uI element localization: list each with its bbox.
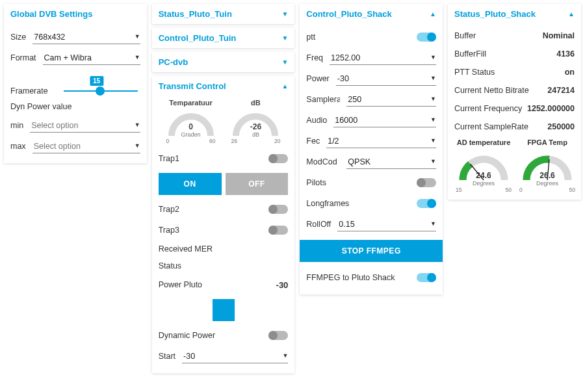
panel-header-transmit[interactable]: Transmit Control▲ [152,76,295,96]
longframes-toggle[interactable] [417,199,436,208]
status-row: Current Frequency1252.000000 [454,99,575,118]
dynamic-power-label: Dynamic Power [159,331,216,340]
chevron-up-icon: ▲ [568,10,575,18]
max-label: max [10,142,26,151]
chevron-down-icon: ▼ [281,10,288,18]
status-row: Current Netto Bitrate247214 [454,81,575,99]
trap3-toggle[interactable] [268,226,288,235]
ffmpeg-to-label: FFMPEG to Pluto Shack [306,273,395,282]
format-label: Format [10,53,36,62]
chevron-up-icon: ▲ [281,83,288,90]
status-key: Buffer [454,31,476,40]
status-row: BufferFill4136 [454,45,575,63]
panel-header-status-tuin[interactable]: Status_Pluto_Tuin▼ [152,4,295,24]
ffmpeg-toggle[interactable] [417,273,436,282]
freq-label: Freq [306,53,323,62]
samplerate-select[interactable]: 250▼ [346,93,436,107]
gauge-temperature: Temparatuur 0 Graden 060 [165,99,217,144]
audio-label: Audio [306,116,327,125]
power-select[interactable]: -30▼ [336,72,436,86]
status-row: BufferNominal [454,27,575,45]
power-pluto-label: Power Pluto [159,280,202,289]
panel-header-pcdvb[interactable]: PC-dvb▼ [152,52,295,72]
max-select[interactable]: Select option▼ [32,140,140,153]
modcod-label: ModCod [306,157,340,166]
panel-header-control-shack[interactable]: Control_Pluto_Shack▲ [300,4,443,24]
power-label: Power [306,74,329,83]
on-button[interactable]: ON [159,173,222,195]
rolloff-select[interactable]: 0.15▼ [337,218,436,231]
framerate-slider[interactable]: 15 [61,90,140,92]
panel-title: Global DVB Settings [10,9,92,19]
start-select[interactable]: -30▼ [182,350,288,363]
chevron-down-icon: ▼ [281,59,288,66]
gauge-ad-temperature: AD temperature24.6Degrees1550 [454,138,513,193]
pilots-label: Pilots [306,178,326,187]
status-key: Current Netto Bitrate [454,86,529,95]
fec-select[interactable]: 1/2▼ [326,135,436,148]
status-key: PTT Status [454,68,495,77]
samplerate-label: Samplerate [306,95,340,104]
pilots-toggle[interactable] [417,178,436,187]
longframes-label: Longframes [306,199,349,208]
received-mer-label: Received MER [159,241,289,257]
dynamic-power-toggle[interactable] [268,331,288,340]
dyn-power-label: Dyn Power value [10,98,140,115]
color-swatch [213,299,235,321]
status-key: Current Frequency [454,104,522,113]
ptt-label: ptt [306,33,315,42]
min-label: min [10,121,23,130]
status-value: 4136 [556,49,575,59]
framerate-label: Framerate [10,86,48,96]
audio-select[interactable]: 16000▼ [333,114,436,127]
ptt-toggle[interactable] [417,33,436,42]
status-value: 247214 [547,86,575,95]
panel-header-global[interactable]: Global DVB Settings [4,4,147,24]
status-value: 1252.000000 [527,104,575,113]
power-pluto-value: -30 [276,280,289,290]
start-label: Start [159,352,176,361]
trap2-toggle[interactable] [268,205,288,214]
format-select[interactable]: Cam + Wibra▼ [43,51,140,65]
stop-ffmpeg-button[interactable]: STOP FFMPEG [300,240,443,262]
modcod-select[interactable]: QPSK▼ [346,155,436,169]
trap2-label: Trap2 [159,205,179,214]
chevron-up-icon: ▲ [430,10,436,18]
trap3-label: Trap3 [159,226,179,235]
status-row: PTT Statuson [454,63,575,81]
size-label: Size [10,33,26,42]
panel-status-shack: Status_Pluto_Shack▲ BufferNominalBufferF… [448,4,581,200]
status-key: BufferFill [454,49,486,59]
panel-header-control-tuin[interactable]: Control_Pluto_Tuin▼ [152,28,295,48]
chevron-down-icon: ▼ [281,34,288,42]
panel-transmit-control: Transmit Control▲ Temparatuur 0 Graden 0… [152,76,295,373]
status-value: 250000 [547,122,575,131]
panel-control-shack: Control_Pluto_Shack▲ ptt Freq1252.00▼ Po… [300,4,443,294]
panel-global-dvb: Global DVB Settings Size 768x432▼ Format… [4,4,147,163]
status-label: Status [159,257,289,274]
status-key: Current SampleRate [454,122,528,131]
gauge-fpga-temp: FPGA Temp26.6Degrees050 [518,138,577,193]
panel-header-status-shack[interactable]: Status_Pluto_Shack▲ [448,4,581,24]
off-button[interactable]: OFF [226,173,289,195]
min-select[interactable]: Select option▼ [30,119,140,133]
fec-label: Fec [306,137,320,146]
trap1-label: Trap1 [159,154,179,163]
status-row: Current SampleRate250000 [454,118,575,136]
rolloff-label: RollOff [306,220,331,229]
status-value: Nominal [543,31,575,40]
freq-select[interactable]: 1252.00▼ [330,51,436,65]
gauge-db: dB -26 dB 2620 [229,99,281,144]
trap1-toggle[interactable] [268,154,288,163]
status-value: on [565,68,575,77]
size-select[interactable]: 768x432▼ [32,31,140,44]
